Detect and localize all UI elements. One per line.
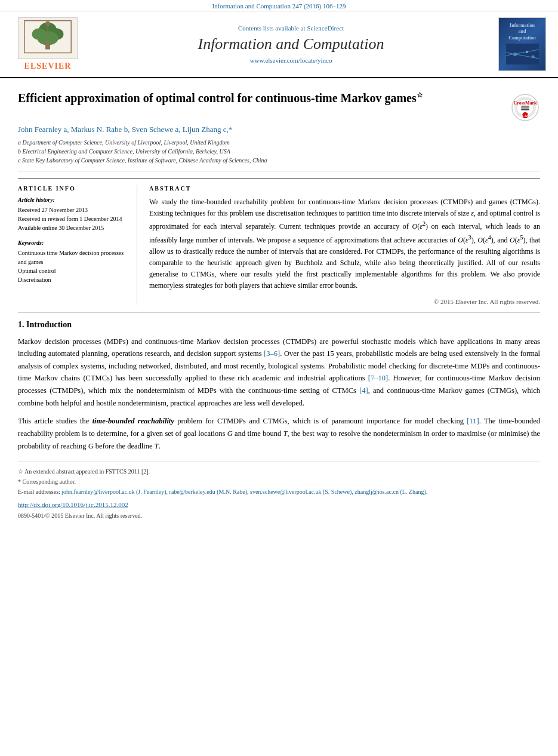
article-info-abstract-section: ARTICLE INFO Article history: Received 2… — [18, 179, 540, 305]
keywords-label: Keywords: — [18, 239, 131, 246]
article-history: Article history: Received 27 November 20… — [18, 196, 131, 232]
received-revised-date: Received in revised form 1 December 2014 — [18, 214, 131, 223]
affiliation-b: b Electrical Engineering and Computer Sc… — [18, 147, 540, 156]
history-label: Article history: — [18, 196, 131, 203]
abstract-text: We study the time-bounded reachability p… — [149, 196, 540, 292]
journal-header: ELSEVIER Contents lists available at Sci… — [0, 11, 558, 78]
title-note: ☆ — [417, 91, 423, 99]
svg-text:CrossMark: CrossMark — [514, 100, 538, 106]
svg-rect-9 — [506, 44, 539, 64]
abstract-copyright: © 2015 Elsevier Inc. All rights reserved… — [149, 298, 540, 305]
journal-cover-image: InformationandComputation — [498, 17, 546, 71]
svg-point-14 — [531, 56, 534, 59]
svg-rect-20 — [521, 107, 529, 109]
keywords-list: Continuous time Markov decision processe… — [18, 248, 131, 284]
svg-rect-19 — [521, 106, 529, 107]
journal-title-area: Contents lists available at ScienceDirec… — [84, 24, 498, 64]
footnote-2: * Corresponding author. — [18, 477, 540, 486]
sciencedirect-anchor[interactable]: ScienceDirect — [307, 24, 344, 32]
svg-rect-21 — [521, 109, 529, 110]
banner-text: Information and Computation 247 (2016) 1… — [212, 2, 346, 10]
affiliation-c: c State Key Laboratory of Computer Scien… — [18, 156, 540, 165]
svg-point-7 — [45, 21, 50, 26]
sciencedirect-label: ScienceDirect — [307, 24, 344, 32]
footnotes: ☆ An extended abstract appeared in FSTTC… — [18, 462, 540, 520]
intro-paragraph-1: Markov decision processes (MDPs) and con… — [18, 336, 540, 410]
keywords-section: Keywords: Continuous time Markov decisio… — [18, 239, 131, 284]
section-number: 1. — [18, 320, 24, 329]
svg-point-12 — [513, 53, 517, 56]
email-label: E-mail addresses: — [18, 488, 60, 495]
section-title-text: Introduction — [26, 320, 72, 329]
doi-text: http://dx.doi.org/10.1016/j.ic.2015.12.0… — [18, 501, 128, 508]
email-addresses: E-mail addresses: john.fearnley@liverpoo… — [18, 487, 540, 496]
svg-text:CM: CM — [522, 113, 529, 118]
affiliations: a Department of Computer Science, Univer… — [18, 138, 540, 165]
authors-text: John Fearnley a, Markus N. Rabe b, Sven … — [18, 125, 232, 134]
introduction-section: 1. Introduction Markov decision processe… — [18, 320, 540, 453]
contents-available-text: Contents lists available at — [238, 24, 306, 32]
crossmark-badge: CrossMark CM — [510, 93, 540, 125]
keyword-2: Optimal control — [18, 268, 56, 274]
article-info-header: ARTICLE INFO — [18, 185, 131, 192]
footnote-1: ☆ An extended abstract appeared in FSTTC… — [18, 467, 540, 476]
paper-title-text: Efficient approximation of optimal contr… — [18, 91, 417, 105]
available-online-date: Available online 30 December 2015 — [18, 223, 131, 232]
keyword-3: Discretisation — [18, 276, 51, 283]
top-banner: Information and Computation 247 (2016) 1… — [0, 0, 558, 11]
elsevier-logo: ELSEVIER — [12, 17, 84, 71]
svg-point-13 — [526, 51, 528, 53]
copyright-bottom: 0890-5401/© 2015 Elsevier Inc. All right… — [18, 511, 540, 520]
journal-url-text: www.elsevier.com/locate/yinco — [250, 57, 332, 64]
svg-rect-6 — [45, 42, 50, 50]
section-1-title: 1. Introduction — [18, 320, 540, 330]
email-links[interactable]: john.fearnley@liverpool.ac.uk (J. Fearnl… — [61, 488, 427, 495]
sciencedirect-link: Contents lists available at ScienceDirec… — [95, 24, 486, 32]
elsevier-tree-image — [18, 17, 78, 59]
email-text: john.fearnley@liverpool.ac.uk (J. Fearnl… — [61, 488, 427, 495]
abstract-header: ABSTRACT — [149, 185, 540, 192]
intro-paragraph-2: This article studies the time-bounded re… — [18, 415, 540, 452]
journal-main-title: Information and Computation — [95, 35, 486, 53]
cover-inner: InformationandComputation — [504, 20, 541, 68]
authors-line: John Fearnley a, Markus N. Rabe b, Sven … — [18, 125, 540, 134]
article-info-column: ARTICLE INFO Article history: Received 2… — [18, 185, 137, 305]
paper-title-section: Efficient approximation of optimal contr… — [18, 84, 540, 171]
doi-link[interactable]: http://dx.doi.org/10.1016/j.ic.2015.12.0… — [18, 500, 540, 510]
section-separator — [18, 312, 540, 313]
main-content: Efficient approximation of optimal contr… — [0, 78, 558, 532]
paper-title: Efficient approximation of optimal contr… — [18, 90, 504, 106]
elsevier-brand: ELSEVIER — [24, 62, 72, 71]
abstract-column: ABSTRACT We study the time-bounded reach… — [149, 185, 540, 305]
keyword-1: Continuous time Markov decision processe… — [18, 250, 124, 265]
received-date: Received 27 November 2013 — [18, 205, 131, 214]
journal-url[interactable]: www.elsevier.com/locate/yinco — [95, 57, 486, 64]
affiliation-a: a Department of Computer Science, Univer… — [18, 138, 540, 147]
